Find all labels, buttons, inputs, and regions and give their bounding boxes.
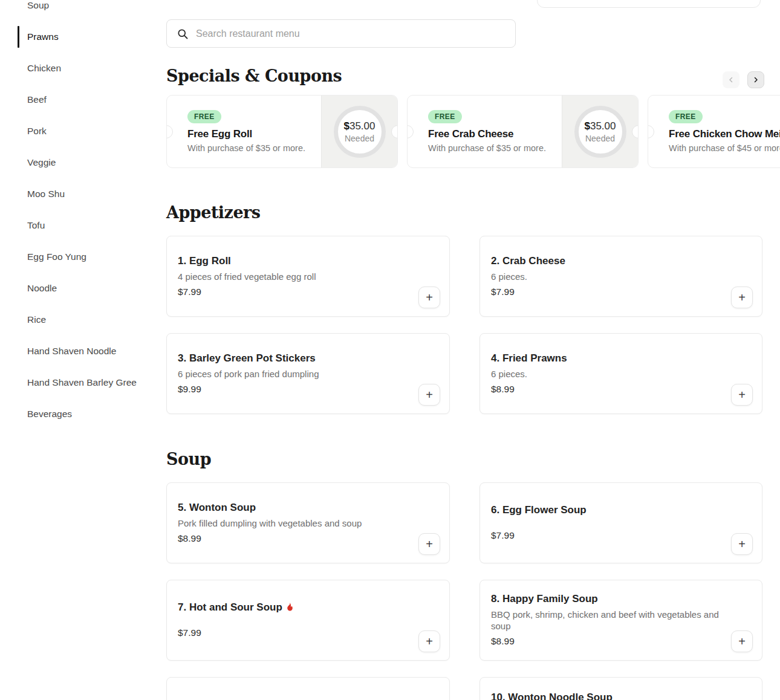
sidebar-item-egg-foo-yung[interactable]: Egg Foo Yung xyxy=(0,241,137,273)
coupon-title: Free Egg Roll xyxy=(187,128,321,140)
menu-item-card[interactable]: 8. Happy Family SoupBBQ pork, shrimp, ch… xyxy=(479,580,762,661)
menu-item-card[interactable]: 4. Fried Prawns6 pieces.$8.99+ xyxy=(479,333,762,414)
sidebar-item-pork[interactable]: Pork xyxy=(0,115,137,147)
sidebar-item-label: Moo Shu xyxy=(27,189,65,199)
coupon-threshold-panel: $35.00Needed xyxy=(562,96,638,167)
free-badge: FREE xyxy=(187,110,221,123)
threshold-label: Needed xyxy=(345,134,374,143)
sidebar-item-label: Soup xyxy=(27,0,49,11)
sidebar-item-chicken[interactable]: Chicken xyxy=(0,53,137,84)
menu-item-card[interactable]: 6. Egg Flower Soup$7.99+ xyxy=(479,482,762,563)
menu-item-card[interactable]: 5. Wonton SoupPork filled dumpling with … xyxy=(166,482,450,563)
sidebar-item-moo-shu[interactable]: Moo Shu xyxy=(0,178,137,210)
section-heading: Soup xyxy=(166,451,762,468)
section-heading: Appetizers xyxy=(166,204,762,221)
sidebar-item-tofu[interactable]: Tofu xyxy=(0,210,137,241)
specials-heading: Specials & Coupons xyxy=(166,68,342,85)
coupon-card[interactable]: FREEFree Egg RollWith purchase of $35 or… xyxy=(166,95,398,168)
menu-item-price: $7.99 xyxy=(491,529,726,542)
threshold-progress-ring: $35.00Needed xyxy=(574,106,626,158)
sidebar-item-label: Noodle xyxy=(27,283,57,294)
sidebar-item-rice[interactable]: Rice xyxy=(0,304,137,335)
spicy-icon xyxy=(286,603,294,612)
menu-item-price: $7.99 xyxy=(178,285,413,299)
menu-grid: 5. Wonton SoupPork filled dumpling with … xyxy=(166,482,762,700)
threshold-amount: $35.00 xyxy=(343,120,375,132)
menu-item-price: $9.99 xyxy=(178,383,413,396)
menu-item-description: 6 pieces of pork pan fried dumpling xyxy=(178,368,413,380)
threshold-progress-ring: $35.00Needed xyxy=(334,106,386,158)
menu-item-price: $7.99 xyxy=(178,626,413,640)
sidebar-item-veggie[interactable]: Veggie xyxy=(0,147,137,178)
coupon-card[interactable]: FREEFree Chicken Chow MeinWith purchase … xyxy=(648,95,780,168)
menu-item-title: 3. Barley Green Pot Stickers xyxy=(178,352,413,365)
menu-item-title: 4. Fried Prawns xyxy=(491,352,726,365)
sidebar-item-label: Pork xyxy=(27,126,47,137)
coupon-card[interactable]: FREEFree Crab CheeseWith purchase of $35… xyxy=(407,95,639,168)
menu-item-description: BBQ pork, shrimp, chicken and beef with … xyxy=(491,609,726,632)
sidebar-item-prawns[interactable]: Prawns xyxy=(0,21,137,53)
coupon-subtitle: With purchase of $45 or more. xyxy=(669,143,780,153)
sidebar-item-noodle[interactable]: Noodle xyxy=(0,273,137,304)
menu-item-price: $8.99 xyxy=(491,635,726,648)
coupon-subtitle: With purchase of $35 or more. xyxy=(187,143,321,153)
menu-item-description xyxy=(178,617,413,623)
menu-item-card[interactable]: 7. Hot and Sour Soup$7.99+ xyxy=(166,580,450,661)
free-badge: FREE xyxy=(669,110,703,123)
sidebar-item-beef[interactable]: Beef xyxy=(0,84,137,115)
add-item-button[interactable]: + xyxy=(731,533,753,555)
menu-item-card[interactable] xyxy=(166,677,450,700)
coupon-carousel-nav xyxy=(723,71,764,88)
menu-item-title: 5. Wonton Soup xyxy=(178,501,413,514)
add-item-button[interactable]: + xyxy=(731,630,753,652)
sidebar-item-label: Chicken xyxy=(27,63,61,74)
menu-item-description: 6 pieces. xyxy=(491,368,726,380)
threshold-label: Needed xyxy=(585,134,615,143)
menu-item-description xyxy=(491,520,726,526)
coupon-info: FREEFree Egg RollWith purchase of $35 or… xyxy=(167,96,321,167)
sidebar-nav: SoupPrawnsChickenBeefPorkVeggieMoo ShuTo… xyxy=(0,0,151,430)
menu-item-price: $7.99 xyxy=(491,285,726,299)
menu-item-card[interactable]: 10. Wonton Noodle Soup xyxy=(479,677,762,700)
sidebar-item-label: Rice xyxy=(27,314,46,325)
free-badge: FREE xyxy=(428,110,462,123)
sidebar-item-hand-shaven-barley-green[interactable]: Hand Shaven Barley Green xyxy=(0,367,137,398)
add-item-button[interactable]: + xyxy=(418,384,440,406)
menu-page: SoupPrawnsChickenBeefPorkVeggieMoo ShuTo… xyxy=(0,0,780,700)
add-item-button[interactable]: + xyxy=(418,630,440,652)
menu-item-price: $8.99 xyxy=(178,532,413,545)
sidebar-item-soup[interactable]: Soup xyxy=(0,0,137,21)
coupon-subtitle: With purchase of $35 or more. xyxy=(428,143,562,153)
sidebar-item-beverages[interactable]: Beverages xyxy=(0,398,137,430)
menu-item-title: 8. Happy Family Soup xyxy=(491,592,726,606)
add-item-button[interactable]: + xyxy=(418,287,440,308)
menu-item-card[interactable]: 1. Egg Roll4 pieces of fried vegetable e… xyxy=(166,236,450,317)
menu-item-card[interactable]: 3. Barley Green Pot Stickers6 pieces of … xyxy=(166,333,450,414)
menu-item-title: 6. Egg Flower Soup xyxy=(491,504,726,517)
menu-item-title: 7. Hot and Sour Soup xyxy=(178,601,413,614)
search-icon xyxy=(177,28,189,40)
sidebar-item-label: Veggie xyxy=(27,157,56,168)
menu-grid: 1. Egg Roll4 pieces of fried vegetable e… xyxy=(166,236,762,414)
menu-section-soup: Soup5. Wonton SoupPork filled dumpling w… xyxy=(166,451,762,700)
menu-item-card[interactable]: 2. Crab Cheese6 pieces.$7.99+ xyxy=(479,236,762,317)
menu-section-appetizers: Appetizers1. Egg Roll4 pieces of fried v… xyxy=(166,204,762,414)
threshold-amount: $35.00 xyxy=(584,120,616,132)
sidebar-item-label: Prawns xyxy=(27,31,59,42)
sidebar-item-label: Hand Shaven Noodle xyxy=(27,346,116,357)
sidebar-item-hand-shaven-noodle[interactable]: Hand Shaven Noodle xyxy=(0,335,137,367)
coupon-info: FREEFree Chicken Chow MeinWith purchase … xyxy=(648,96,780,167)
add-item-button[interactable]: + xyxy=(731,287,753,308)
menu-item-title: 10. Wonton Noodle Soup xyxy=(491,691,726,700)
search-input[interactable] xyxy=(196,28,505,39)
coupon-threshold-panel: $35.00Needed xyxy=(321,96,397,167)
carousel-prev-button[interactable] xyxy=(723,71,739,88)
carousel-next-button[interactable] xyxy=(747,71,764,88)
add-item-button[interactable]: + xyxy=(418,533,440,555)
menu-item-title: 2. Crab Cheese xyxy=(491,254,726,268)
coupon-carousel: FREEFree Egg RollWith purchase of $35 or… xyxy=(166,95,780,168)
menu-item-description: Pork filled dumpling with vegetables and… xyxy=(178,517,413,529)
add-item-button[interactable]: + xyxy=(731,384,753,406)
sidebar-item-label: Hand Shaven Barley Green xyxy=(27,377,137,388)
menu-item-title: 1. Egg Roll xyxy=(178,254,413,268)
